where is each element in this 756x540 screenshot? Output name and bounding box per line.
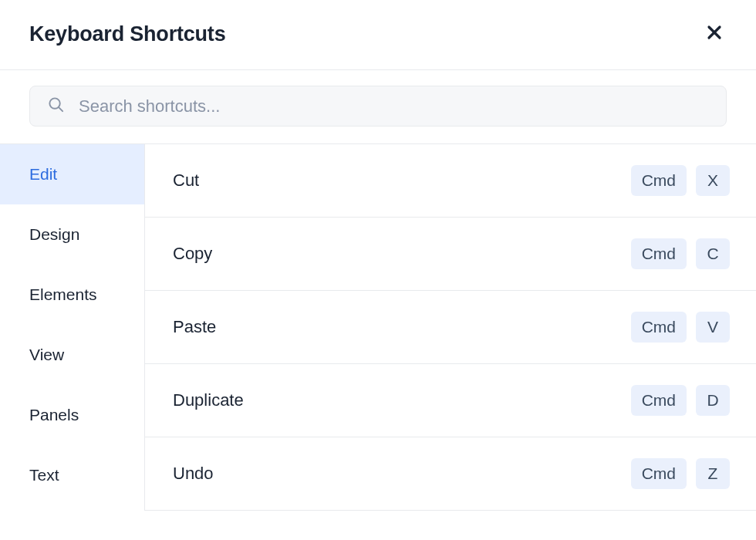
sidebar-item-text[interactable]: Text	[0, 445, 144, 505]
key-badge: Cmd	[631, 238, 687, 269]
search-box[interactable]	[29, 86, 727, 127]
sidebar-item-edit[interactable]: Edit	[0, 144, 144, 204]
sidebar-item-view[interactable]: View	[0, 325, 144, 385]
sidebar-item-elements[interactable]: Elements	[0, 265, 144, 325]
key-badge: Cmd	[631, 312, 687, 343]
key-badge: Cmd	[631, 458, 687, 489]
sidebar-item-label: Edit	[29, 165, 57, 183]
shortcut-row: Undo Cmd Z	[145, 437, 756, 511]
shortcut-label: Undo	[173, 464, 214, 484]
shortcut-row: Cut Cmd X	[145, 144, 756, 218]
key-badge: Cmd	[631, 385, 687, 416]
key-badge: Z	[696, 458, 730, 489]
key-badge: X	[696, 165, 730, 196]
close-icon	[705, 23, 724, 45]
sidebar-item-label: View	[29, 346, 64, 363]
shortcut-label: Duplicate	[173, 390, 244, 410]
category-sidebar: Edit Design Elements View Panels Text	[0, 144, 144, 511]
shortcut-row: Paste Cmd V	[145, 291, 756, 364]
close-button[interactable]	[702, 22, 727, 46]
dialog-title: Keyboard Shortcuts	[29, 22, 225, 46]
shortcut-list: Cut Cmd X Copy Cmd C Paste Cmd V Duplica…	[144, 144, 756, 511]
key-badge: C	[696, 238, 730, 269]
shortcut-keys: Cmd V	[631, 312, 730, 343]
shortcut-label: Paste	[173, 317, 216, 337]
search-input[interactable]	[79, 96, 709, 116]
key-badge: D	[696, 385, 730, 416]
shortcut-keys: Cmd D	[631, 385, 730, 416]
shortcut-row: Duplicate Cmd D	[145, 364, 756, 437]
shortcut-keys: Cmd X	[631, 165, 730, 196]
sidebar-item-design[interactable]: Design	[0, 204, 144, 265]
sidebar-item-label: Panels	[29, 406, 79, 424]
sidebar-item-panels[interactable]: Panels	[0, 385, 144, 445]
dialog-header: Keyboard Shortcuts	[0, 0, 756, 69]
shortcut-row: Copy Cmd C	[145, 218, 756, 291]
search-icon	[47, 96, 65, 116]
shortcut-keys: Cmd C	[631, 238, 730, 269]
sidebar-item-label: Text	[29, 466, 59, 484]
content-area: Edit Design Elements View Panels Text Cu…	[0, 143, 756, 511]
search-wrapper	[0, 70, 756, 143]
sidebar-item-label: Elements	[29, 285, 97, 303]
key-badge: Cmd	[631, 165, 687, 196]
svg-line-3	[59, 107, 62, 111]
shortcut-keys: Cmd Z	[631, 458, 730, 489]
shortcut-label: Cut	[173, 170, 199, 191]
shortcut-label: Copy	[173, 244, 212, 264]
key-badge: V	[696, 312, 730, 343]
sidebar-item-label: Design	[29, 225, 79, 243]
